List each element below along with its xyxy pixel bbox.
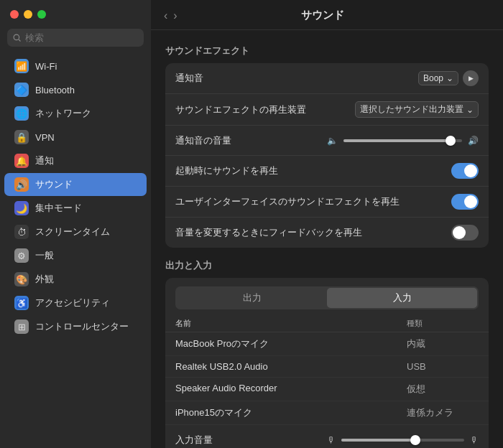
table-row[interactable]: iPhone15のマイク 連係カメラ	[165, 401, 489, 425]
sidebar-item-notify[interactable]: 🔔通知	[4, 149, 147, 172]
playback-device-select[interactable]: 選択したサウンド出力装置 ⌄	[355, 101, 479, 118]
playback-device-select-value: 選択したサウンド出力装置	[360, 103, 463, 116]
sidebar-item-label: ネットワーク	[35, 107, 91, 120]
alert-sound-row: 通知音 Boop ⌄ ▶	[165, 63, 489, 94]
sidebar-item-bluetooth[interactable]: 🔷Bluetooth	[4, 78, 147, 101]
device-type: 連係カメラ	[407, 406, 479, 419]
sidebar-item-sound[interactable]: 🔊サウンド	[4, 173, 147, 196]
ui-sound-label: ユーザインターフェイスのサウンドエフェクトを再生	[175, 195, 451, 208]
toggle-thumb	[464, 195, 477, 208]
traffic-light-green[interactable]	[37, 10, 46, 19]
tab-output[interactable]: 出力	[177, 288, 327, 308]
device-type: 内蔵	[407, 337, 479, 350]
device-name: MacBook Proのマイク	[175, 337, 407, 350]
sidebar-item-label: アクセシビリティ	[35, 297, 110, 309]
network-icon: 🌐	[14, 106, 29, 121]
toggle-thumb	[453, 226, 466, 239]
effects-section-header: サウンドエフェクト	[165, 45, 489, 57]
table-header: 名前 種類	[165, 315, 489, 332]
sidebar-item-focus[interactable]: 🌙集中モード	[4, 197, 147, 220]
content-area: サウンドエフェクト 通知音 Boop ⌄ ▶ サウンドエフェクトの再生装置	[151, 30, 503, 448]
vpn-icon: 🔒	[14, 130, 29, 144]
alert-sound-select-value: Boop	[423, 73, 443, 83]
bluetooth-icon: 🔷	[14, 83, 29, 97]
search-icon	[13, 34, 22, 42]
traffic-light-yellow[interactable]	[24, 10, 32, 19]
slider-thumb	[410, 435, 420, 445]
sidebar-item-general[interactable]: ⚙一般	[4, 244, 147, 267]
feedback-sound-toggle[interactable]	[451, 225, 479, 241]
slider-fill	[341, 439, 415, 442]
traffic-light-red[interactable]	[10, 10, 19, 19]
sidebar: 📶Wi-Fi🔷Bluetooth🌐ネットワーク🔒VPN🔔通知🔊サウンド🌙集中モー…	[0, 0, 151, 448]
alert-sound-label: 通知音	[175, 72, 418, 85]
slider-thumb	[446, 136, 456, 146]
alert-sound-value: Boop ⌄ ▶	[418, 70, 479, 86]
mic-low-icon: 🎙	[327, 435, 336, 445]
appearance-icon: 🎨	[14, 272, 29, 286]
play-button[interactable]: ▶	[463, 70, 479, 86]
col-header-type: 種類	[407, 318, 479, 329]
input-volume-label: 入力音量	[175, 434, 327, 447]
sidebar-item-label: 通知	[35, 154, 54, 167]
sidebar-item-control[interactable]: ⊞コントロールセンター	[4, 315, 147, 338]
main-content: ‹ › サウンド サウンドエフェクト 通知音 Boop ⌄ ▶ サウンドエ	[151, 0, 503, 448]
device-name: Realtek USB2.0 Audio	[175, 361, 407, 372]
forward-button[interactable]: ›	[172, 9, 178, 22]
alert-volume-label: 通知音の音量	[175, 134, 327, 147]
input-volume-slider[interactable]: 🎙 🎙	[327, 435, 479, 445]
search-input[interactable]	[25, 32, 138, 43]
chevron-icon: ⌄	[446, 73, 453, 83]
sidebar-item-wifi[interactable]: 📶Wi-Fi	[4, 55, 147, 78]
search-box[interactable]	[7, 29, 144, 47]
sidebar-nav: 📶Wi-Fi🔷Bluetooth🌐ネットワーク🔒VPN🔔通知🔊サウンド🌙集中モー…	[0, 54, 151, 339]
feedback-sound-row: 音量を変更するときにフィードバックを再生	[165, 218, 489, 248]
screentime-icon: ⏱	[14, 225, 29, 239]
table-row[interactable]: MacBook Proのマイク 内蔵	[165, 332, 489, 356]
general-icon: ⚙	[14, 248, 29, 263]
back-button[interactable]: ‹	[162, 9, 169, 22]
volume-low-icon: 🔈	[327, 136, 338, 146]
sidebar-item-label: スクリーンタイム	[35, 225, 110, 238]
title-bar: ‹ › サウンド	[151, 0, 503, 30]
tab-input[interactable]: 入力	[327, 288, 477, 308]
slider-fill	[343, 139, 451, 142]
table-row[interactable]: Realtek USB2.0 Audio USB	[165, 356, 489, 378]
sidebar-item-label: サウンド	[35, 178, 73, 191]
ui-sound-toggle[interactable]	[451, 194, 479, 210]
traffic-lights	[0, 0, 151, 26]
playback-device-value: 選択したサウンド出力装置 ⌄	[355, 101, 479, 118]
svg-line-1	[19, 39, 21, 41]
sidebar-item-network[interactable]: 🌐ネットワーク	[4, 102, 147, 125]
sidebar-item-label: 集中モード	[35, 202, 82, 215]
sidebar-item-appearance[interactable]: 🎨外観	[4, 268, 147, 291]
device-type: 仮想	[407, 383, 479, 396]
nav-arrows: ‹ ›	[162, 9, 179, 22]
sidebar-item-accessibility[interactable]: ♿アクセシビリティ	[4, 291, 147, 314]
startup-sound-toggle[interactable]	[451, 163, 479, 179]
notify-icon: 🔔	[14, 154, 29, 168]
chevron-icon: ⌄	[466, 105, 474, 115]
sidebar-item-screentime[interactable]: ⏱スクリーンタイム	[4, 220, 147, 243]
wifi-icon: 📶	[14, 59, 29, 73]
io-tab-bar: 出力 入力	[175, 286, 479, 309]
sidebar-item-vpn[interactable]: 🔒VPN	[4, 126, 147, 149]
effects-card: 通知音 Boop ⌄ ▶ サウンドエフェクトの再生装置 選択したサウンド出力装置…	[165, 63, 489, 248]
alert-volume-slider[interactable]: 🔈 🔊	[327, 136, 479, 146]
playback-device-label: サウンドエフェクトの再生装置	[175, 103, 355, 116]
alert-sound-select[interactable]: Boop ⌄	[418, 71, 458, 85]
svg-point-0	[14, 34, 19, 40]
volume-high-icon: 🔊	[468, 136, 479, 146]
sidebar-item-label: 外観	[35, 273, 54, 286]
slider-track[interactable]	[343, 139, 462, 142]
slider-track[interactable]	[341, 439, 464, 442]
table-row[interactable]: Speaker Audio Recorder 仮想	[165, 378, 489, 401]
sidebar-item-label: 一般	[35, 249, 54, 262]
accessibility-icon: ♿	[14, 296, 29, 310]
ui-sound-row: ユーザインターフェイスのサウンドエフェクトを再生	[165, 187, 489, 218]
sidebar-item-label: VPN	[35, 132, 55, 143]
playback-device-row: サウンドエフェクトの再生装置 選択したサウンド出力装置 ⌄	[165, 94, 489, 126]
feedback-sound-label: 音量を変更するときにフィードバックを再生	[175, 226, 451, 239]
alert-volume-row: 通知音の音量 🔈 🔊	[165, 126, 489, 156]
startup-sound-row: 起動時にサウンドを再生	[165, 156, 489, 187]
